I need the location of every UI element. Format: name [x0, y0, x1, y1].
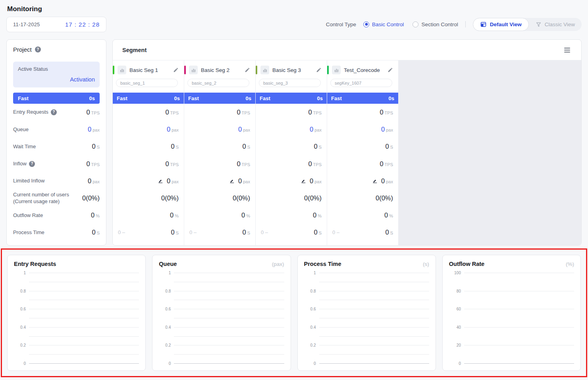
chart-title: Entry Requests: [14, 261, 56, 267]
gridline: [174, 309, 284, 309]
segment-fast-bar: Fast0s: [327, 93, 398, 104]
datetime-card[interactable]: 11-17-2025 17 : 22 : 28: [6, 17, 106, 32]
segment-title: Segment: [122, 47, 147, 53]
segment-metric-row: 0TPS: [327, 104, 398, 121]
metric-unit: S: [247, 231, 250, 235]
metric-label: Current number of users (Current usage r…: [13, 192, 73, 205]
chart-title: Queue: [159, 261, 177, 267]
metric-unit: TPS: [170, 162, 179, 167]
gridline: [319, 354, 429, 355]
metric-unit: pax: [172, 128, 179, 132]
metric-value: 0S: [242, 229, 250, 236]
segment-key-input[interactable]: [187, 79, 249, 87]
segment-key-input[interactable]: [330, 79, 392, 87]
y-tick-label: 0.6: [20, 307, 26, 311]
menu-icon[interactable]: [563, 46, 572, 54]
control-type-radios: Basic Control Section Control: [363, 21, 458, 27]
metric-unit: TPS: [313, 111, 322, 115]
metric-unit: TPS: [170, 111, 179, 115]
y-tick-label: 0: [459, 361, 461, 366]
gridline: [29, 291, 139, 291]
fast-label: Fast: [260, 95, 270, 101]
gridline: [319, 345, 429, 345]
plot-area: [29, 273, 139, 363]
edit-segment-name-button[interactable]: [173, 67, 179, 73]
radio-section-control[interactable]: Section Control: [413, 21, 458, 27]
metric-value: 0TPS: [237, 160, 250, 168]
edit-value-icon[interactable]: [158, 178, 163, 184]
metric-unit: TPS: [385, 162, 393, 167]
metric-value: 0pax: [381, 177, 393, 185]
date-value: 11-17-2025: [13, 21, 40, 27]
segment-metric-row: 0S: [113, 138, 184, 155]
metric-value: 0TPS: [380, 109, 393, 116]
edit-value-icon[interactable]: [372, 178, 378, 184]
fast-value: 0s: [317, 95, 323, 101]
metric-unit: TPS: [242, 162, 250, 167]
classic-view-button[interactable]: Classic View: [529, 18, 582, 31]
segment-column-4: Test_CorecodeFast0s0TPS0pax0S0TPS0pax0(0…: [327, 60, 399, 245]
default-view-button[interactable]: Default View: [473, 18, 529, 31]
metric-unit: %: [246, 213, 250, 218]
segment-fast-bar: Fast0s: [256, 93, 327, 104]
divider: [465, 21, 466, 27]
chart-card-queue: Queue(pax)00.20.40.60.81: [152, 255, 291, 371]
metric-unit: %: [175, 213, 179, 218]
radio-basic-control-label: Basic Control: [372, 21, 404, 27]
gridline: [29, 273, 139, 273]
page-title: Monitoring: [0, 0, 588, 16]
gridline: [174, 354, 284, 355]
radio-basic-control[interactable]: Basic Control: [363, 21, 404, 27]
bar-chart-icon: [118, 66, 126, 74]
metric-value: 0S: [171, 143, 179, 150]
segment-metric-row: 0S: [327, 138, 398, 155]
segment-metric-row: 0TPS: [113, 104, 184, 121]
edit-value-icon[interactable]: [301, 178, 306, 184]
segment-metric-row: 0pax: [113, 121, 184, 138]
segment-column-1: Basic Seg 1Fast0s0TPS0pax0S0TPS0pax0(0%)…: [113, 60, 184, 245]
metric-label: Outflow Rate: [13, 212, 43, 219]
metric-unit: S: [247, 145, 250, 149]
gridline: [319, 336, 429, 337]
metric-label-text: Entry Requests: [13, 109, 48, 115]
metric-unit: pax: [386, 128, 393, 132]
y-axis-labels: 00.20.40.60.81: [14, 273, 29, 363]
y-tick-label: 0.4: [165, 325, 171, 329]
segment-column-3: Basic Seg 3Fast0s0TPS0pax0S0TPS0pax0(0%)…: [256, 60, 327, 245]
metric-unit: S: [176, 231, 179, 235]
gridline: [29, 363, 139, 364]
chart-header: Entry Requests: [14, 261, 139, 267]
segment-metric-row: 0TPS: [256, 104, 327, 121]
gridline: [464, 273, 574, 273]
fast-label: Fast: [117, 95, 127, 101]
project-metric-row: Entry Requests?0TPS: [13, 104, 100, 121]
segment-fast-bar: Fast0s: [184, 93, 255, 104]
metric-label-text: Outflow Rate: [13, 212, 43, 219]
metric-unit: S: [97, 145, 100, 149]
gridline: [464, 309, 574, 309]
time-value: 17 : 22 : 28: [65, 21, 100, 28]
segment-key-input[interactable]: [116, 79, 178, 87]
gridline: [29, 318, 139, 318]
help-icon[interactable]: ?: [51, 109, 57, 115]
edit-value-icon[interactable]: [229, 178, 235, 184]
help-icon[interactable]: ?: [35, 47, 41, 52]
metric-label-text: Process Time: [13, 229, 44, 236]
metric-value: 0%: [313, 211, 322, 219]
radio-circle-icon: [413, 21, 418, 27]
metric-unit: %: [318, 213, 322, 218]
edit-segment-name-button[interactable]: [245, 67, 250, 73]
gridline: [319, 318, 429, 318]
edit-segment-name-button[interactable]: [388, 67, 393, 73]
edit-segment-name-button[interactable]: [316, 67, 322, 73]
bar-chart-icon: [260, 66, 269, 74]
gridline: [174, 291, 284, 291]
fast-label: Fast: [18, 95, 29, 101]
chart-unit-label: (s): [423, 261, 429, 267]
metric-value: 0(0%): [304, 194, 322, 202]
help-icon[interactable]: ?: [29, 161, 35, 167]
segment-name: Basic Seg 1: [129, 67, 170, 73]
gridline: [174, 282, 284, 282]
segment-key-input[interactable]: [259, 79, 321, 87]
metric-unit: pax: [314, 128, 322, 132]
